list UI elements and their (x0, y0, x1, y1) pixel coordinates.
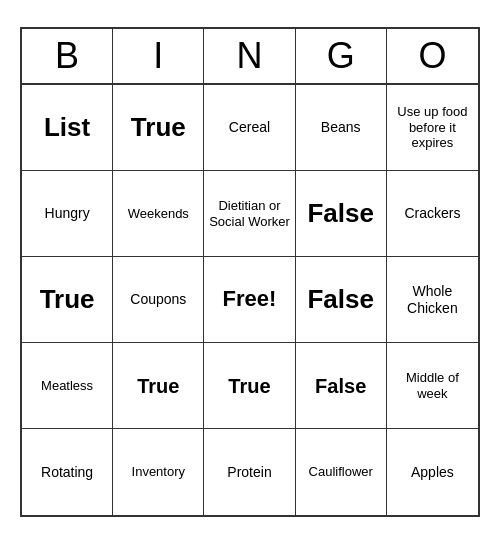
cell-text: List (44, 112, 90, 143)
bingo-card: BINGO ListTrueCerealBeansUse up food bef… (20, 27, 480, 517)
bingo-cell: True (113, 85, 204, 171)
cell-text: True (137, 374, 179, 398)
header-letter: I (113, 29, 204, 83)
bingo-cell: Inventory (113, 429, 204, 515)
cell-text: Cauliflower (309, 464, 373, 480)
header-letter: G (296, 29, 387, 83)
bingo-cell: Dietitian or Social Worker (204, 171, 295, 257)
bingo-cell: Whole Chicken (387, 257, 478, 343)
bingo-cell: Protein (204, 429, 295, 515)
bingo-cell: False (296, 343, 387, 429)
cell-text: Free! (223, 286, 277, 312)
cell-text: Inventory (132, 464, 185, 480)
bingo-cell: Apples (387, 429, 478, 515)
bingo-cell: Free! (204, 257, 295, 343)
bingo-header: BINGO (22, 29, 478, 85)
bingo-cell: False (296, 257, 387, 343)
cell-text: Weekends (128, 206, 189, 222)
cell-text: False (307, 198, 374, 229)
header-letter: B (22, 29, 113, 83)
bingo-cell: False (296, 171, 387, 257)
cell-text: Apples (411, 464, 454, 481)
bingo-cell: True (113, 343, 204, 429)
cell-text: Dietitian or Social Worker (208, 198, 290, 229)
bingo-cell: Meatless (22, 343, 113, 429)
cell-text: True (228, 374, 270, 398)
cell-text: Meatless (41, 378, 93, 394)
bingo-cell: Cauliflower (296, 429, 387, 515)
cell-text: Hungry (45, 205, 90, 222)
cell-text: Use up food before it expires (391, 104, 474, 151)
cell-text: Cereal (229, 119, 270, 136)
cell-text: Beans (321, 119, 361, 136)
cell-text: Whole Chicken (391, 283, 474, 317)
cell-text: Protein (227, 464, 271, 481)
cell-text: Coupons (130, 291, 186, 308)
bingo-cell: Crackers (387, 171, 478, 257)
cell-text: Crackers (404, 205, 460, 222)
cell-text: True (131, 112, 186, 143)
bingo-cell: Hungry (22, 171, 113, 257)
header-letter: N (204, 29, 295, 83)
cell-text: True (40, 284, 95, 315)
bingo-cell: Cereal (204, 85, 295, 171)
bingo-cell: True (22, 257, 113, 343)
bingo-cell: Middle of week (387, 343, 478, 429)
bingo-cell: List (22, 85, 113, 171)
cell-text: Middle of week (391, 370, 474, 401)
bingo-cell: True (204, 343, 295, 429)
cell-text: False (315, 374, 366, 398)
bingo-cell: Beans (296, 85, 387, 171)
bingo-cell: Weekends (113, 171, 204, 257)
bingo-cell: Use up food before it expires (387, 85, 478, 171)
bingo-cell: Rotating (22, 429, 113, 515)
header-letter: O (387, 29, 478, 83)
bingo-cell: Coupons (113, 257, 204, 343)
cell-text: Rotating (41, 464, 93, 481)
bingo-grid: ListTrueCerealBeansUse up food before it… (22, 85, 478, 515)
cell-text: False (307, 284, 374, 315)
